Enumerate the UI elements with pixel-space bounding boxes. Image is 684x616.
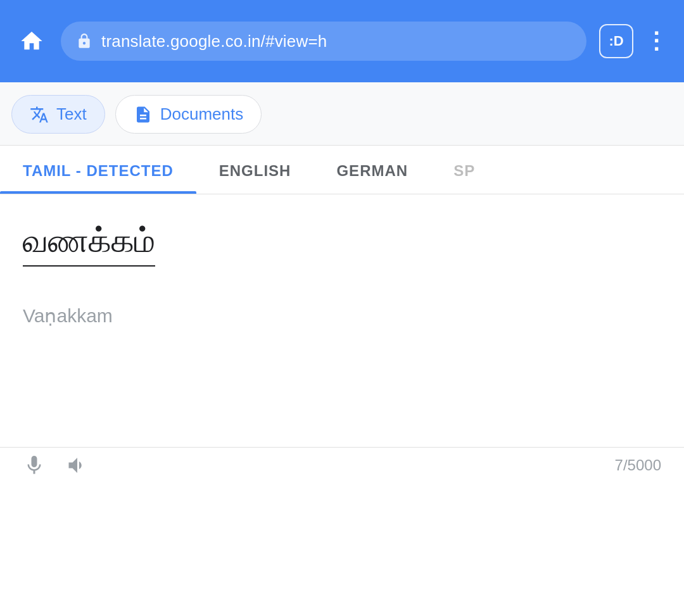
home-button[interactable]	[15, 25, 48, 58]
dice-button[interactable]: :D	[599, 24, 633, 58]
input-toolbar: 7/5000	[0, 448, 684, 489]
source-text: வணக்கம்	[23, 220, 155, 267]
document-icon	[134, 105, 153, 124]
text-tab[interactable]: Text	[11, 95, 105, 134]
url-display: translate.google.co.in/#view=h	[101, 32, 327, 51]
lang-tab-german[interactable]: GERMAN	[314, 146, 431, 194]
more-menu-button[interactable]: ⋮	[645, 28, 669, 54]
mode-tabs: Text Documents	[0, 82, 684, 146]
browser-bar: translate.google.co.in/#view=h :D ⋮	[0, 0, 684, 82]
page-content: Text Documents TAMIL - DETECTED ENGLISH …	[0, 82, 684, 616]
browser-actions: :D ⋮	[599, 24, 669, 58]
char-count: 7/5000	[615, 456, 661, 474]
romanized-text: Vaṇakkam	[23, 305, 661, 327]
text-tab-label: Text	[56, 104, 87, 124]
documents-tab[interactable]: Documents	[115, 95, 262, 134]
input-area[interactable]: வணக்கம் Vaṇakkam	[0, 194, 684, 448]
documents-tab-label: Documents	[160, 104, 244, 124]
microphone-button[interactable]	[23, 454, 46, 477]
address-bar[interactable]: translate.google.co.in/#view=h	[61, 22, 586, 61]
translate-icon	[30, 105, 49, 124]
toolbar-left	[23, 454, 89, 477]
lang-tab-english[interactable]: ENGLISH	[196, 146, 314, 194]
language-tabs: TAMIL - DETECTED ENGLISH GERMAN SP	[0, 146, 684, 194]
lang-tab-tamil[interactable]: TAMIL - DETECTED	[0, 146, 196, 194]
lang-tab-spanish[interactable]: SP	[431, 146, 498, 194]
speaker-button[interactable]	[66, 454, 89, 477]
